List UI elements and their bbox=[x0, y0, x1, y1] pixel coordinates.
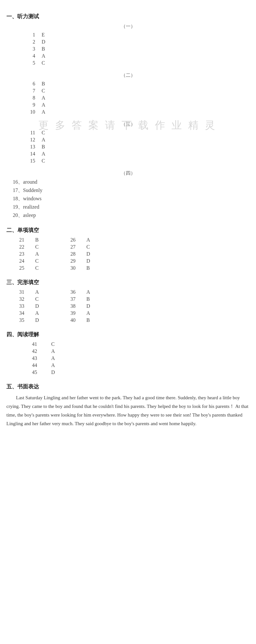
val-26: A bbox=[86, 237, 102, 243]
answer-row-8: 8 A bbox=[6, 95, 250, 101]
answer-val-15: C bbox=[42, 158, 54, 164]
num-31: 31 bbox=[19, 289, 35, 295]
single-row-24-29: 24C 29D bbox=[6, 258, 250, 264]
answer-val-8: A bbox=[42, 95, 54, 101]
num-36: 36 bbox=[70, 289, 86, 295]
num-40: 40 bbox=[70, 317, 86, 323]
val-31: A bbox=[35, 289, 51, 295]
section-single-choice-title: 二、单项填空 bbox=[6, 227, 250, 234]
answer-num-3: 3 bbox=[26, 46, 42, 52]
sub2-label: （二） bbox=[6, 72, 250, 78]
answer-num-2: 2 bbox=[26, 39, 42, 45]
num-27: 27 bbox=[70, 244, 86, 250]
answer-num-10: 10 bbox=[26, 109, 42, 115]
section-reading-title: 四、阅读理解 bbox=[6, 331, 250, 338]
num-37: 37 bbox=[70, 296, 86, 302]
reading-answers: 41 C 42 A 43 A 44 A 45 D bbox=[6, 341, 250, 375]
answer-val-11: C bbox=[42, 130, 54, 136]
section-essay: 五、书面表达 Last Saturday Lingling and her fa… bbox=[6, 383, 250, 428]
answer-num-8: 8 bbox=[26, 95, 42, 101]
val-39: A bbox=[86, 310, 102, 316]
reading-val-44: A bbox=[51, 362, 70, 368]
reading-row-41: 41 C bbox=[32, 341, 250, 347]
answer-val-5: C bbox=[42, 60, 54, 66]
val-27: C bbox=[86, 244, 102, 250]
answer-num-5: 5 bbox=[26, 60, 42, 66]
single-row-22-27: 22C 27C bbox=[6, 244, 250, 250]
val-37: B bbox=[86, 296, 102, 302]
answer-row-2: 2 D bbox=[6, 39, 250, 45]
answer-num-7: 7 bbox=[26, 88, 42, 94]
val-32: C bbox=[35, 296, 51, 302]
val-22: C bbox=[35, 244, 51, 250]
answer-num-9: 9 bbox=[26, 102, 42, 108]
listening-sub4: （四） 16、around 17、Suddenly 18、windows 19、… bbox=[6, 170, 250, 219]
reading-row-45: 45 D bbox=[32, 370, 250, 375]
answer-num-1: 1 bbox=[26, 32, 42, 38]
val-35: D bbox=[35, 317, 51, 323]
fill-row-19: 19、realized bbox=[6, 204, 250, 211]
answer-row-13: 13 B bbox=[6, 144, 250, 150]
num-33: 33 bbox=[19, 303, 35, 309]
answer-num-13: 13 bbox=[26, 144, 42, 150]
answer-row-7: 7 C bbox=[6, 88, 250, 94]
answer-num-11: 11 bbox=[26, 130, 42, 136]
answer-val-10: A bbox=[42, 109, 54, 115]
section-single-choice: 二、单项填空 21B 26A 22C 27C 23A 28D 24C 29D 2… bbox=[6, 227, 250, 271]
val-36: A bbox=[86, 289, 102, 295]
single-row-23-28: 23A 28D bbox=[6, 251, 250, 257]
reading-num-41: 41 bbox=[32, 341, 51, 347]
listening-sub3: （三） 11 C 12 A 13 B 14 A 15 C bbox=[6, 121, 250, 164]
val-25: C bbox=[35, 265, 51, 271]
reading-row-43: 43 A bbox=[32, 355, 250, 361]
sub4-label: （四） bbox=[6, 170, 250, 176]
reading-row-44: 44 A bbox=[32, 362, 250, 368]
answer-val-13: B bbox=[42, 144, 54, 150]
num-23: 23 bbox=[19, 251, 35, 257]
cloze-row-32-37: 32C 37B bbox=[6, 296, 250, 302]
val-30: B bbox=[86, 265, 102, 271]
num-34: 34 bbox=[19, 310, 35, 316]
cloze-row-35-40: 35D 40B bbox=[6, 317, 250, 323]
reading-row-42: 42 A bbox=[32, 348, 250, 354]
answer-val-7: C bbox=[42, 88, 54, 94]
fill-row-18: 18、windows bbox=[6, 195, 250, 202]
cloze-row-34-39: 34A 39A bbox=[6, 310, 250, 316]
reading-num-43: 43 bbox=[32, 355, 51, 361]
val-34: A bbox=[35, 310, 51, 316]
num-26: 26 bbox=[70, 237, 86, 243]
answer-row-4: 4 A bbox=[6, 53, 250, 59]
val-40: B bbox=[86, 317, 102, 323]
val-24: C bbox=[35, 258, 51, 264]
reading-num-45: 45 bbox=[32, 370, 51, 375]
section-listening: 一、听力测试 （一） 1 E 2 D 3 B 4 A 5 C （二） 6 B bbox=[6, 13, 250, 219]
essay-text: Last Saturday Lingling and her father we… bbox=[6, 394, 250, 428]
reading-num-44: 44 bbox=[32, 362, 51, 368]
answer-row-12: 12 A bbox=[6, 137, 250, 143]
answer-val-3: B bbox=[42, 46, 54, 52]
num-22: 22 bbox=[19, 244, 35, 250]
answer-row-6: 6 B bbox=[6, 81, 250, 87]
section-cloze: 三、完形填空 31A 36A 32C 37B 33D 38D 34A 39A 3… bbox=[6, 279, 250, 323]
num-29: 29 bbox=[70, 258, 86, 264]
fill-row-17: 17、Suddenly bbox=[6, 187, 250, 194]
answer-num-6: 6 bbox=[26, 81, 42, 87]
num-32: 32 bbox=[19, 296, 35, 302]
answer-num-14: 14 bbox=[26, 151, 42, 157]
answer-val-1: E bbox=[42, 32, 54, 38]
num-38: 38 bbox=[70, 303, 86, 309]
section-listening-title: 一、听力测试 bbox=[6, 13, 250, 20]
answer-row-3: 3 B bbox=[6, 46, 250, 52]
listening-sub1: （一） 1 E 2 D 3 B 4 A 5 C bbox=[6, 23, 250, 66]
answer-row-14: 14 A bbox=[6, 151, 250, 157]
val-33: D bbox=[35, 303, 51, 309]
reading-val-45: D bbox=[51, 370, 70, 375]
sub1-label: （一） bbox=[6, 23, 250, 29]
answer-val-4: A bbox=[42, 53, 54, 59]
num-39: 39 bbox=[70, 310, 86, 316]
answer-row-1: 1 E bbox=[6, 32, 250, 38]
answer-val-14: A bbox=[42, 151, 54, 157]
sub3-label: （三） bbox=[6, 121, 250, 127]
cloze-row-31-36: 31A 36A bbox=[6, 289, 250, 295]
answer-val-12: A bbox=[42, 137, 54, 143]
